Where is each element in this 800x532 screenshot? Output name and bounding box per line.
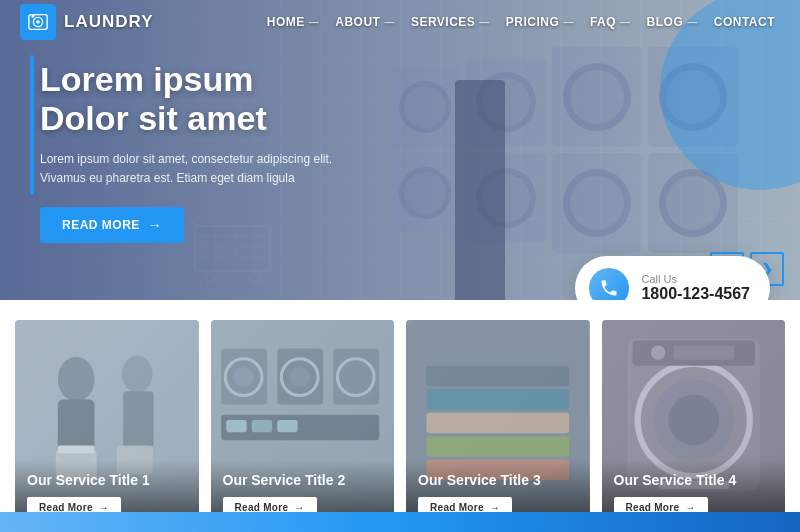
call-info: Call Us 1800-123-4567 [641,273,750,300]
service-title-1: Our Service Title 1 [27,471,187,489]
nav-about[interactable]: ABOUT — [330,11,402,33]
hero-title: Lorem ipsum Dolor sit amet [40,60,340,138]
svg-point-15 [58,357,95,402]
services-section: Our Service Title 1 Read More → [0,300,800,530]
svg-point-2 [36,20,40,24]
hero-description: Lorem ipsum dolor sit amet, consectetur … [40,150,340,188]
svg-rect-38 [426,436,569,456]
service-card-4: Our Service Title 4 Read More → [602,320,786,530]
svg-point-25 [233,367,253,387]
hero-content: Lorem ipsum Dolor sit amet Lorem ipsum d… [40,60,340,243]
svg-rect-21 [58,445,95,453]
svg-rect-49 [673,345,734,359]
svg-rect-33 [251,420,271,432]
service-title-2: Our Service Title 2 [223,471,383,489]
call-number: 1800-123-4567 [641,285,750,300]
service-card-2: Our Service Title 2 Read More → [211,320,395,530]
call-label: Call Us [641,273,750,285]
svg-rect-3 [32,15,35,18]
svg-rect-40 [426,366,569,386]
svg-rect-32 [226,420,246,432]
logo-icon [20,4,56,40]
nav-blog[interactable]: BLOG — [642,11,705,33]
service-card-3: Our Service Title 3 Read More → [406,320,590,530]
logo-text: LAUNDRY [64,12,153,32]
svg-rect-37 [426,413,569,433]
arrow-right-icon: → [148,217,163,233]
nav-home[interactable]: HOME — [262,11,327,33]
nav-services[interactable]: SERVICES — [406,11,497,33]
service-title-3: Our Service Title 3 [418,471,578,489]
phone-icon [589,268,629,300]
svg-point-17 [122,356,153,393]
nav-faq[interactable]: FAQ — [585,11,638,33]
hero-section: Lorem ipsum Dolor sit amet Lorem ipsum d… [0,0,800,300]
svg-point-48 [650,345,664,359]
main-nav: HOME — ABOUT — SERVICES — PRICING — FAQ … [262,11,780,33]
svg-point-45 [668,394,719,445]
header: LAUNDRY HOME — ABOUT — SERVICES — PRICIN… [0,0,800,44]
svg-rect-36 [426,389,569,409]
services-grid: Our Service Title 1 Read More → [15,320,785,530]
service-title-4: Our Service Title 4 [614,471,774,489]
svg-rect-34 [277,420,297,432]
nav-contact[interactable]: CONTACT [709,11,780,33]
svg-point-28 [289,367,309,387]
read-more-button[interactable]: READ MORE → [40,207,184,243]
bottom-gradient-strip [0,512,800,532]
call-us-widget[interactable]: Call Us 1800-123-4567 [575,256,770,300]
svg-rect-18 [123,391,154,447]
nav-pricing[interactable]: PRICING — [501,11,581,33]
logo-area: LAUNDRY [20,4,153,40]
hero-accent-bar [30,55,34,195]
service-card-1: Our Service Title 1 Read More → [15,320,199,530]
